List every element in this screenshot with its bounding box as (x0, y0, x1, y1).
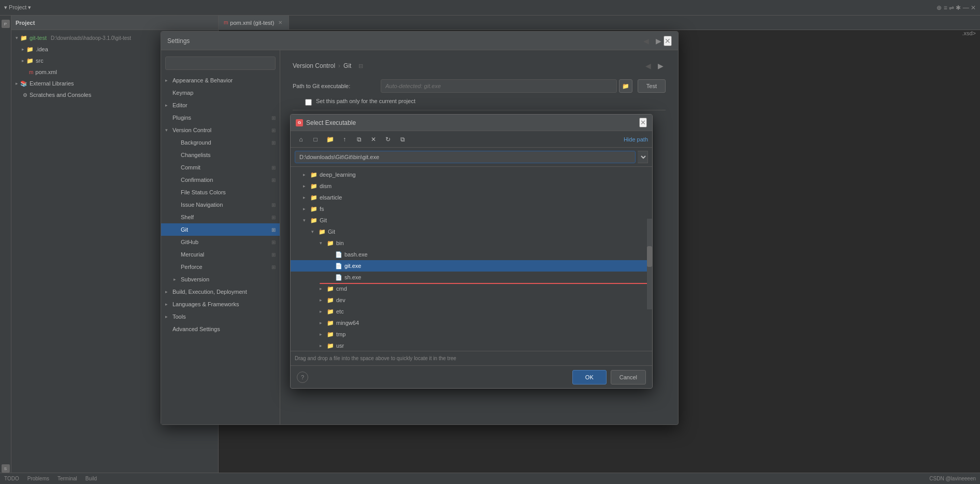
settings-node-languages[interactable]: ▸ Languages & Frameworks (161, 298, 280, 310)
exec-scrollbar-thumb[interactable] (647, 246, 652, 267)
exec-scrollbar[interactable] (647, 219, 652, 309)
exec-tree-mingw64[interactable]: ▸ 📁 mingw64 (291, 317, 652, 329)
node-label: Advanced Settings (172, 326, 220, 332)
settings-node-advanced[interactable]: Advanced Settings (161, 323, 280, 335)
arrow-icon: ▸ (320, 320, 325, 325)
editor-tab[interactable]: m pom.xml (git-test) ✕ (218, 16, 289, 30)
exec-tree-deep-learning[interactable]: ▸ 📁 deep_learning (291, 169, 652, 180)
exec-path-dropdown[interactable]: ▾ (638, 151, 648, 163)
test-button[interactable]: Test (638, 79, 666, 93)
settings-node-keymap[interactable]: Keymap (161, 87, 280, 99)
settings-node-subversion[interactable]: ▸ Subversion (161, 273, 280, 286)
settings-node-issue-nav[interactable]: Issue Navigation ⊞ (161, 198, 280, 211)
item-label: elsarticle (320, 194, 342, 201)
exec-tree-git-exe[interactable]: 📄 git.exe (291, 260, 652, 272)
settings-node-perforce[interactable]: Perforce ⊞ (161, 261, 280, 273)
exec-close-button[interactable]: ✕ (639, 118, 647, 127)
drag-hint-text: Drag and drop a file into the space abov… (295, 355, 456, 361)
left-sidebar: P S ★ (0, 16, 11, 484)
exec-tree-fs[interactable]: ▸ 📁 fs (291, 203, 652, 215)
settings-node-version-control[interactable]: ▾ Version Control ⊞ (161, 124, 280, 136)
toolbar-copy-button[interactable]: ⧉ (353, 134, 365, 145)
toolbar-home-button[interactable]: ⌂ (295, 134, 307, 145)
set-path-row: Set this path only for the current proje… (293, 98, 666, 106)
tab-close-icon[interactable]: ✕ (278, 20, 282, 25)
breadcrumb-menu-icon: ⊟ (358, 63, 363, 69)
folder-icon: 📁 (327, 240, 334, 247)
sidebar-project-icon[interactable]: P (2, 20, 10, 28)
path-input[interactable] (381, 79, 617, 93)
github-icon: ⊞ (271, 239, 276, 245)
content-forward-button[interactable]: ▶ (655, 61, 666, 71)
git-file-icon: m (224, 20, 228, 25)
settings-node-appearance[interactable]: ▸ Appearance & Behavior (161, 74, 280, 87)
set-path-checkbox[interactable] (305, 99, 312, 106)
modal-nav: ◀ ▶ (641, 36, 664, 46)
search-box (165, 56, 276, 70)
exec-ok-button[interactable]: OK (572, 370, 607, 385)
settings-node-shelf[interactable]: Shelf ⊞ (161, 211, 280, 223)
right-side-label: .xsd> (962, 30, 976, 36)
exec-tree-tmp[interactable]: ▸ 📁 tmp (291, 329, 652, 340)
settings-node-file-status[interactable]: File Status Colors (161, 186, 280, 198)
bottom-problems[interactable]: Problems (27, 476, 49, 481)
settings-close-button[interactable]: ✕ (664, 36, 672, 46)
exec-tree-bash-exe[interactable]: 📄 bash.exe (291, 249, 652, 260)
exec-tree-elsarticle[interactable]: ▸ 📁 elsarticle (291, 192, 652, 203)
browse-folder-button[interactable]: 📁 (619, 79, 632, 93)
item-label: dev (336, 297, 345, 303)
toolbar-refresh-button[interactable]: ↻ (382, 134, 394, 145)
exec-tree-sh-exe[interactable]: 📄 sh.exe (291, 272, 652, 283)
toolbar-new-folder-button[interactable]: 📁 (324, 134, 336, 145)
settings-search-input[interactable] (165, 56, 276, 70)
exec-tree-etc[interactable]: ▸ 📁 etc (291, 306, 652, 317)
exec-tree-git-inner[interactable]: ▾ 📁 Git (291, 226, 652, 237)
tree-item-label: External Libraries (30, 80, 74, 87)
bottom-terminal[interactable]: Terminal (57, 476, 77, 481)
settings-node-github[interactable]: GitHub ⊞ (161, 236, 280, 248)
node-label: Background (181, 139, 211, 146)
settings-node-build[interactable]: ▸ Build, Execution, Deployment (161, 286, 280, 298)
exec-help-button[interactable]: ? (297, 372, 308, 383)
bottom-build[interactable]: Build (85, 476, 97, 481)
nav-forward-button[interactable]: ▶ (653, 36, 664, 46)
settings-node-mercurial[interactable]: Mercurial ⊞ (161, 248, 280, 261)
expand-arrow-icon: ▾ (16, 35, 18, 40)
exec-tree-bin[interactable]: ▾ 📁 bin (291, 237, 652, 249)
tree-item-label: .idea (36, 46, 48, 52)
expand-icon: ▾ (165, 127, 170, 133)
exec-tree-git-root[interactable]: ▾ 📁 Git (291, 215, 652, 226)
item-label: deep_learning (320, 172, 356, 178)
toolbar-desktop-button[interactable]: □ (309, 134, 322, 145)
expand-icon: ▸ (165, 289, 170, 294)
nav-back-button[interactable]: ◀ (641, 36, 651, 46)
settings-node-tools[interactable]: ▸ Tools (161, 310, 280, 323)
exec-tree-cmd[interactable]: ▸ 📁 cmd (291, 283, 652, 294)
toolbar-up-button[interactable]: ↑ (338, 134, 351, 145)
exec-tree-dev[interactable]: ▸ 📁 dev (291, 294, 652, 306)
exec-tree-dism[interactable]: ▸ 📁 dism (291, 180, 652, 192)
hide-path-link[interactable]: Hide path (624, 136, 648, 143)
settings-node-background[interactable]: Background ⊞ (161, 136, 280, 149)
exec-cancel-button[interactable]: Cancel (611, 370, 646, 385)
sidebar-structure-icon[interactable]: S (2, 464, 10, 473)
confirm-icon: ⊞ (271, 177, 276, 183)
exec-path-input[interactable] (295, 151, 636, 163)
settings-node-confirmation[interactable]: Confirmation ⊞ (161, 174, 280, 186)
folder-icon: 📁 (327, 320, 334, 326)
exec-tree-usr[interactable]: ▸ 📁 usr (291, 340, 652, 351)
file-icon: 📄 (335, 263, 342, 269)
folder-icon: 📁 (327, 286, 334, 292)
item-label: tmp (336, 331, 345, 337)
settings-node-plugins[interactable]: Plugins ⊞ (161, 111, 280, 124)
toolbar-delete-button[interactable]: ✕ (367, 134, 380, 145)
settings-node-git[interactable]: Git ⊞ (161, 223, 280, 236)
bottom-todo[interactable]: TODO (4, 476, 19, 481)
settings-node-changelists[interactable]: Changelists (161, 149, 280, 161)
toolbar-other-button[interactable]: ⧉ (396, 134, 409, 145)
content-back-button[interactable]: ◀ (643, 61, 653, 71)
settings-node-commit[interactable]: Commit ⊞ (161, 161, 280, 174)
node-label: Issue Navigation (181, 202, 223, 208)
settings-node-editor[interactable]: ▸ Editor (161, 99, 280, 111)
item-label: dism (320, 183, 332, 189)
